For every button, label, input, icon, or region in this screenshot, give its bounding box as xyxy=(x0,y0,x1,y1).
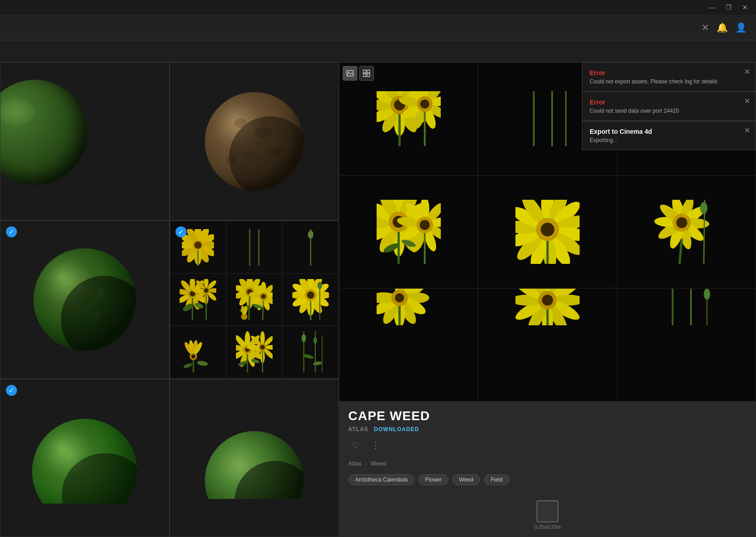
titlebar: — ❐ ✕ xyxy=(0,0,756,15)
asset-actions: ♡ ⋮ xyxy=(348,438,747,453)
preview-svg-9 xyxy=(654,289,718,325)
toast-1-body: Could not export assets. Please check lo… xyxy=(590,78,737,85)
svg-point-91 xyxy=(261,294,266,299)
preview-cell-4 xyxy=(339,175,478,289)
toast-error-1: Error Could not export assets. Please ch… xyxy=(582,62,756,92)
breadcrumb-atlas[interactable]: Atlas xyxy=(348,460,362,467)
preview-svg-4 xyxy=(377,200,441,264)
svg-point-140 xyxy=(260,331,265,345)
toast-export: Export to Cinema 4d Exporting... ✕ xyxy=(582,121,756,150)
maximize-button[interactable]: ❐ xyxy=(721,1,736,14)
image-view-button[interactable] xyxy=(343,66,357,81)
svg-point-123 xyxy=(192,355,195,358)
close-button[interactable]: ✕ xyxy=(738,1,752,14)
atlas-cell-4 xyxy=(170,274,226,326)
asset-type-label: ATLAS xyxy=(348,426,368,433)
notification-button[interactable]: 🔔 xyxy=(717,22,728,33)
svg-point-59 xyxy=(192,288,203,293)
atlas-cell-3 xyxy=(282,221,339,273)
flower-svg-5 xyxy=(236,279,273,320)
tags-row: Arctotheca Calendula Flower Weed Field xyxy=(348,474,747,485)
grid-cell-1[interactable] xyxy=(0,62,170,220)
svg-point-34 xyxy=(194,241,202,249)
cell-1-image xyxy=(0,63,169,220)
cell-3-image xyxy=(0,221,169,378)
user-button[interactable]: 👤 xyxy=(735,22,747,33)
like-button[interactable]: ♡ xyxy=(348,438,363,453)
breadcrumb-weed[interactable]: Weed xyxy=(371,460,386,467)
search-close-icon[interactable]: ✕ xyxy=(701,22,709,33)
image-icon xyxy=(346,70,354,77)
cell-6-image xyxy=(170,379,339,537)
svg-point-157 xyxy=(301,334,306,342)
svg-point-160 xyxy=(312,361,322,366)
svg-point-289 xyxy=(542,295,553,306)
cell-2-image xyxy=(170,63,339,220)
atlas-cell-5 xyxy=(226,274,283,326)
svg-point-158 xyxy=(313,337,317,344)
asset-meta: ATLAS DOWNLOADED xyxy=(348,426,747,433)
svg-point-13 xyxy=(65,285,72,292)
tag-weed[interactable]: Weed xyxy=(452,474,480,485)
more-button[interactable]: ⋮ xyxy=(368,438,383,453)
preview-cell-7 xyxy=(339,288,478,401)
preview-svg-7 xyxy=(377,289,441,325)
toast-3-title: Export to Cinema 4d xyxy=(590,128,737,135)
preview-svg-1 xyxy=(377,91,441,146)
check-icon-4: ✓ xyxy=(178,228,184,236)
toast-2-title: Error xyxy=(590,99,737,106)
asset-title: CAPE WEED xyxy=(348,409,747,423)
toast-3-close[interactable]: ✕ xyxy=(742,125,752,136)
svg-point-149 xyxy=(260,345,265,350)
flower-svg-3 xyxy=(295,229,327,266)
svg-point-39 xyxy=(308,230,313,239)
grid-icon xyxy=(363,70,370,77)
svg-point-146 xyxy=(247,345,260,350)
grid-cell-4[interactable]: ✓ xyxy=(170,220,339,378)
check-icon-5: ✓ xyxy=(9,387,14,394)
svg-point-246 xyxy=(541,223,554,236)
atlas-cell-8 xyxy=(226,326,283,378)
flower-svg-1 xyxy=(182,229,214,266)
toast-2-close[interactable]: ✕ xyxy=(742,96,752,107)
size-label: 0.25x0.25m xyxy=(534,524,560,530)
size-info: 0.25x0.25m xyxy=(348,500,747,530)
grid-cell-3[interactable]: ✓ xyxy=(0,220,170,378)
grid-cell-2[interactable] xyxy=(170,62,339,220)
flower-svg-8 xyxy=(236,331,273,373)
mossy-sphere-3-svg xyxy=(30,412,140,504)
atlas-cell-9 xyxy=(282,326,339,378)
tag-arctotheca[interactable]: Arctotheca Calendula xyxy=(348,474,415,485)
asset-info-panel: CAPE WEED ATLAS DOWNLOADED ♡ ⋮ Atlas › W… xyxy=(339,401,756,537)
preview-svg-5 xyxy=(515,200,580,264)
flower-svg-2 xyxy=(238,229,270,266)
grid-cell-5[interactable]: ✓ xyxy=(0,379,170,537)
grid-cell-6[interactable] xyxy=(170,379,339,537)
atlas-toolbar xyxy=(343,66,374,81)
preview-svg-8 xyxy=(515,289,580,325)
toasts-container: Error Could not export assets. Please ch… xyxy=(582,62,756,150)
size-box xyxy=(537,500,559,522)
right-panel: ✕ CAPE WEED ATLAS DOWNLOADED ♡ ⋮ Atlas ›… xyxy=(339,62,756,537)
toast-1-title: Error xyxy=(590,69,737,77)
filterbar xyxy=(0,40,756,62)
preview-cell-5 xyxy=(478,175,617,289)
toast-1-close[interactable]: ✕ xyxy=(742,66,752,77)
dirt-sphere-svg xyxy=(204,91,305,192)
preview-svg-2 xyxy=(515,91,580,146)
svg-point-55 xyxy=(209,288,216,293)
svg-point-294 xyxy=(704,289,710,300)
asset-grid: ✓ xyxy=(0,62,339,537)
svg-point-53 xyxy=(204,279,208,288)
dark-sphere-svg xyxy=(204,416,305,499)
svg-point-126 xyxy=(197,360,208,367)
svg-point-262 xyxy=(700,202,707,214)
atlas-cell-7 xyxy=(170,326,226,378)
tag-flower[interactable]: Flower xyxy=(418,474,449,485)
divider xyxy=(348,493,747,493)
tag-field[interactable]: Field xyxy=(484,474,509,485)
minimize-button[interactable]: — xyxy=(705,1,719,14)
svg-point-116 xyxy=(318,282,322,289)
grid-view-button[interactable] xyxy=(359,66,374,81)
preview-cell-8 xyxy=(478,288,617,401)
